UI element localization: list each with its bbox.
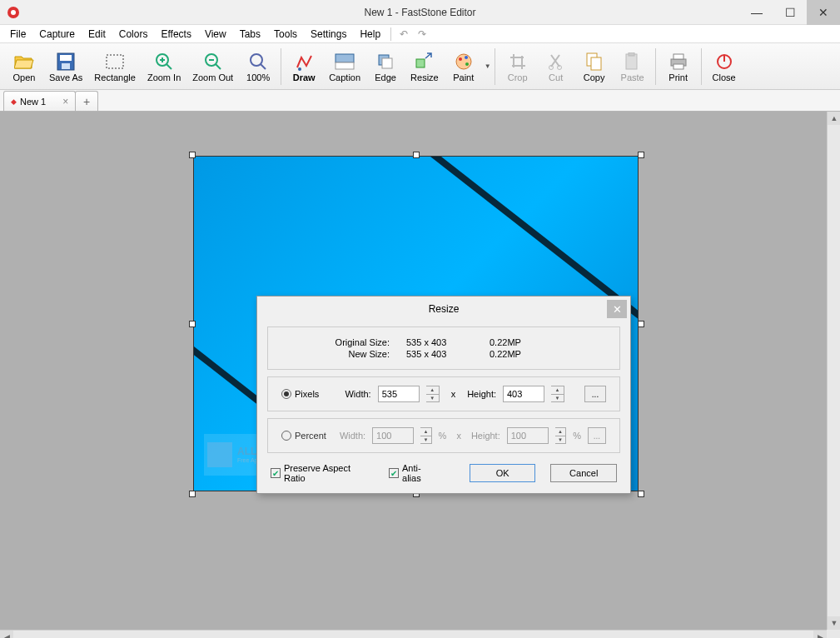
edge-icon xyxy=(375,51,396,72)
x-label: x xyxy=(451,389,456,399)
checkbox-icon: ✔ xyxy=(271,468,281,478)
title-bar: New 1 - FastStone Editor — ☐ ✕ xyxy=(0,0,840,25)
zoomout-icon xyxy=(202,51,224,72)
resize-handle-nw[interactable] xyxy=(189,152,196,158)
close-window-button[interactable]: ✕ xyxy=(807,0,840,25)
svg-line-11 xyxy=(216,64,221,69)
app-icon xyxy=(7,6,20,19)
x-label2: x xyxy=(456,431,461,441)
menu-colors[interactable]: Colors xyxy=(112,27,155,42)
width-spinner[interactable]: ▲▼ xyxy=(426,386,440,402)
resize-handle-se[interactable] xyxy=(638,491,644,497)
redo-icon[interactable]: ↷ xyxy=(415,28,429,40)
watermark-icon xyxy=(207,442,232,467)
modified-indicator-icon: ◆ xyxy=(11,97,17,106)
pheight-input xyxy=(507,427,549,444)
svg-rect-16 xyxy=(336,54,354,62)
copy-icon xyxy=(584,51,605,72)
resize-icon xyxy=(414,51,435,72)
size-info-box: Original Size:535 x 4030.22MP New Size:5… xyxy=(267,326,620,370)
svg-rect-28 xyxy=(591,57,601,70)
crop-button[interactable]: Crop xyxy=(499,46,537,87)
pixels-more-button[interactable]: ... xyxy=(584,386,606,402)
edge-button[interactable]: Edge xyxy=(366,46,405,87)
cut-icon xyxy=(545,51,567,72)
cancel-button[interactable]: Cancel xyxy=(550,464,617,482)
resize-handle-w[interactable] xyxy=(189,321,196,327)
toolbar-separator xyxy=(495,48,495,85)
resize-button[interactable]: Resize xyxy=(405,46,445,87)
draw-button[interactable]: Draw xyxy=(285,46,323,87)
rectangle-button[interactable]: Rectangle xyxy=(88,46,142,87)
menu-separator xyxy=(390,27,391,41)
toolbar-separator xyxy=(655,48,656,85)
resize-handle-e[interactable] xyxy=(638,321,644,327)
menu-tabs[interactable]: Tabs xyxy=(233,27,267,42)
svg-line-7 xyxy=(167,64,171,69)
horizontal-scrollbar[interactable]: ◀▶ xyxy=(0,630,827,638)
paste-button[interactable]: Paste xyxy=(614,46,652,87)
saveas-button[interactable]: Save As xyxy=(43,46,88,87)
menu-help[interactable]: Help xyxy=(353,27,387,42)
tab-close-icon[interactable]: × xyxy=(62,96,68,107)
menu-settings[interactable]: Settings xyxy=(304,27,353,42)
menu-tools[interactable]: Tools xyxy=(267,27,304,42)
pixels-radio[interactable]: Pixels xyxy=(281,389,319,399)
new-tab-button[interactable]: + xyxy=(75,91,98,111)
toolbar: Open Save As Rectangle Zoom In Zoom Out … xyxy=(0,43,840,90)
open-button[interactable]: Open xyxy=(5,46,43,87)
new-size-label: New Size: xyxy=(281,349,406,359)
undo-icon[interactable]: ↶ xyxy=(397,28,410,40)
document-tab[interactable]: ◆ New 1 × xyxy=(3,91,76,111)
svg-rect-30 xyxy=(629,52,634,56)
paint-icon xyxy=(453,51,475,72)
dialog-title-bar[interactable]: Resize ✕ xyxy=(257,297,630,321)
antialias-checkbox[interactable]: ✔Anti-alias xyxy=(389,463,440,483)
menu-effects[interactable]: Effects xyxy=(154,27,197,42)
radio-icon xyxy=(281,389,291,399)
preserve-ratio-checkbox[interactable]: ✔Preserve Aspect Ratio xyxy=(271,463,374,483)
caption-button[interactable]: Caption xyxy=(323,46,366,87)
svg-line-14 xyxy=(261,64,266,69)
ok-button[interactable]: OK xyxy=(470,464,536,482)
svg-point-13 xyxy=(251,54,262,66)
menu-edit[interactable]: Edit xyxy=(82,27,112,42)
paint-dropdown-icon[interactable]: ▼ xyxy=(485,62,491,70)
paint-button[interactable]: Paint xyxy=(445,46,483,87)
resize-handle-ne[interactable] xyxy=(638,152,644,158)
zoom100-button[interactable]: 100% xyxy=(239,46,277,87)
radio-icon xyxy=(281,431,291,441)
cut-button[interactable]: Cut xyxy=(537,46,575,87)
zoomin-button[interactable]: Zoom In xyxy=(142,46,186,87)
toolbar-separator xyxy=(701,48,702,85)
width-input[interactable] xyxy=(378,386,420,402)
menu-file[interactable]: File xyxy=(3,27,32,42)
percent-box: Percent Width: ▲▼ % x Height: ▲▼ % ... xyxy=(267,418,620,453)
svg-rect-17 xyxy=(336,62,354,69)
minimize-button[interactable]: — xyxy=(740,0,773,25)
scrollbar-corner xyxy=(827,630,840,638)
print-button[interactable]: Print xyxy=(659,46,698,87)
height-input[interactable] xyxy=(503,386,544,402)
height-spinner[interactable]: ▲▼ xyxy=(551,386,564,402)
resize-handle-n[interactable] xyxy=(413,152,420,158)
maximize-button[interactable]: ☐ xyxy=(773,0,807,25)
svg-point-1 xyxy=(11,10,16,15)
menu-capture[interactable]: Capture xyxy=(32,27,82,42)
resize-handle-sw[interactable] xyxy=(189,491,196,497)
percent-radio[interactable]: Percent xyxy=(281,431,326,441)
dialog-close-button[interactable]: ✕ xyxy=(607,300,627,318)
pixels-box: Pixels Width: ▲▼ x Height: ▲▼ ... xyxy=(267,376,620,411)
svg-point-22 xyxy=(459,57,462,61)
height-label: Height: xyxy=(467,389,496,399)
vertical-scrollbar[interactable]: ▲▼ xyxy=(827,112,840,630)
save-icon xyxy=(55,51,77,72)
window-controls: — ☐ ✕ xyxy=(740,0,840,25)
zoomout-button[interactable]: Zoom Out xyxy=(186,46,239,87)
close-button[interactable]: Close xyxy=(705,46,743,87)
copy-button[interactable]: Copy xyxy=(575,46,614,87)
percent-more-button[interactable]: ... xyxy=(588,427,606,444)
menu-view[interactable]: View xyxy=(198,27,233,42)
pheight-spinner: ▲▼ xyxy=(555,427,566,444)
print-icon xyxy=(668,51,689,72)
